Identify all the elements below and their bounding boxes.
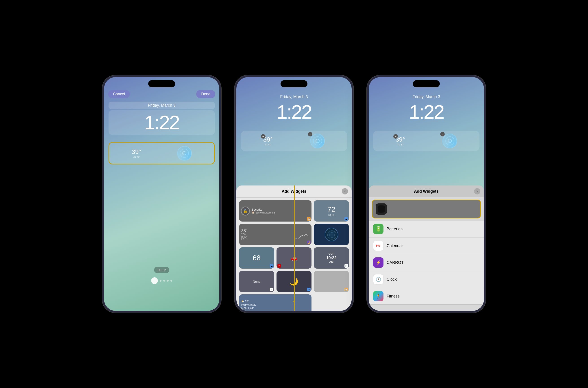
number-68-widget[interactable]: 68 ☁ (239, 247, 274, 268)
home-badge: 🏠 (307, 217, 311, 221)
phone1-screen: Cancel Done Friday, March 3 1:22 39° 31 … (104, 77, 219, 311)
number-72-widget[interactable]: 72 64 88 ☁ (314, 200, 349, 221)
cup-widget[interactable]: CUP 10:22 AM 🕐 (314, 247, 349, 268)
radar-core (182, 151, 186, 155)
add-widgets-sheet: Add Widgets × 🔒 Security 🏠 System Disarm… (236, 186, 352, 311)
cup-text: CUP (328, 252, 334, 255)
phone3-remove-radar-btn[interactable]: − (440, 132, 445, 136)
phone2-radar-inner (313, 136, 322, 146)
phone1-weather-widget: 39° 31 40 (132, 148, 141, 158)
weather-wide-widget[interactable]: 38° 77%H:40°L:31° 🌙 (239, 224, 312, 245)
phone3-screen: Friday, March 3 1:22 − 39° 31 40 − (369, 77, 484, 311)
fitness-icon: 🏃 (373, 291, 383, 301)
phone3-weather-container: − 39° 31 40 (396, 136, 405, 146)
phone1-date: Friday, March 3 (108, 102, 215, 109)
partly-cloudy-widget[interactable]: ⛅ 72° Partly Cloudy H:88° L:64° ☁ (239, 294, 312, 311)
none-widget[interactable]: None 3 (239, 271, 274, 292)
security-widget[interactable]: 🔒 Security 🏠 System Disarmed 🏠 (239, 200, 312, 221)
security-icon: 🔒 (241, 207, 250, 216)
selected-widget-item[interactable] (372, 200, 481, 218)
page-dot-2 (163, 280, 165, 282)
phone2-widget-row: − 39° 31 40 − (241, 131, 347, 151)
phone3-remove-weather-btn[interactable]: − (393, 134, 398, 139)
none-badge: 3 (270, 288, 273, 291)
clock-icon: 🕐 (373, 274, 383, 285)
phone2-screen: Friday, March 3 1:22 − 39° 31 40 − (236, 77, 352, 311)
phone3-radar-container: − (442, 134, 457, 148)
phone2-range: 31 40 (263, 143, 273, 146)
page-dot-4 (170, 280, 172, 282)
num-72: 72 (327, 205, 336, 214)
phone2-radar-core (316, 139, 320, 143)
dynamic-island-3 (413, 80, 440, 87)
phone-2: Friday, March 3 1:22 − 39° 31 40 − (235, 75, 353, 313)
phone1-top-buttons: Cancel Done (104, 90, 219, 98)
sheet-close-button-3[interactable]: × (474, 188, 480, 194)
phone2-weather-container: − 39° 31 40 (263, 136, 273, 146)
calendar-label: Calendar (387, 243, 403, 248)
partly-cloudy-icon: ⛅ 72° (241, 300, 249, 303)
remove-radar-btn[interactable]: − (308, 132, 312, 136)
home-badge-bottom: 🏠 (345, 288, 348, 291)
page-dot-1 (160, 280, 161, 282)
phone-3: Friday, March 3 1:22 − 39° 31 40 − (367, 75, 486, 313)
list-item-batteries[interactable]: 🔋 Batteries (369, 221, 484, 238)
radar-inner (180, 149, 189, 158)
page-dot-3 (167, 280, 169, 282)
calendar-icon: FRI (373, 241, 383, 251)
phone3-date: Friday, March 3 (369, 95, 484, 99)
phones-container: Cancel Done Friday, March 3 1:22 39° 31 … (102, 75, 486, 313)
list-item-carrot[interactable]: ⚡ CARROT (369, 254, 484, 271)
cloud-badge: ☁ (345, 217, 348, 221)
add-widgets-sheet3: Add Widgets × 🔋 Batteries FRI (369, 186, 484, 311)
clock-label: Clock (387, 277, 397, 282)
sheet-close-button[interactable]: × (342, 188, 348, 194)
selected-dark-icon (376, 203, 387, 215)
moon-badge: ☁ (307, 288, 311, 291)
phone3-radar-widget (442, 134, 457, 148)
phone3-widget-row: − 39° 31 40 − (373, 131, 480, 151)
weather-temp-38: 38° (241, 228, 247, 233)
dynamic-island-1 (148, 80, 175, 87)
phone1-temp-range: 31 40 (132, 155, 141, 158)
radar-widget[interactable] (314, 224, 349, 245)
list-item-clock[interactable]: 🕐 Clock (369, 271, 484, 288)
done-button[interactable]: Done (196, 90, 215, 98)
phone2-radar-container: − (310, 134, 325, 148)
partly-cloudy-text: ⛅ 72° Partly Cloudy H:88° L:64° (241, 300, 256, 310)
radar-ring-2 (329, 232, 335, 238)
cup-time: 10:22 (326, 256, 337, 261)
num-68: 68 (253, 254, 261, 262)
tesla-badge: T (277, 264, 281, 268)
sheet-header3: Add Widgets × (369, 186, 484, 197)
page-dots (151, 277, 172, 284)
cancel-button[interactable]: Cancel (108, 90, 130, 98)
cloud-badge-68: ☁ (270, 264, 273, 268)
carrot-label: CARROT (387, 260, 404, 265)
list-item-calendar[interactable]: FRI Calendar (369, 238, 484, 254)
sheet-title-3: Add Widgets (414, 189, 439, 194)
partly-cloudy-range: H:88° L:64° (241, 307, 254, 310)
security-text: Security 🏠 System Disarmed (252, 208, 275, 214)
batteries-label: Batteries (387, 227, 402, 231)
list-item-fitness[interactable]: 🏃 Fitness (369, 288, 484, 305)
phone1-radar-widget (177, 146, 192, 161)
phone1-time: 1:22 (108, 110, 215, 135)
dark-square (378, 205, 385, 213)
none-label: None (253, 280, 260, 283)
carrot-icon: ⚡ (373, 257, 383, 268)
phone1-widget-area[interactable]: 39° 31 40 (108, 142, 215, 164)
security-subtitle: 🏠 System Disarmed (252, 211, 275, 214)
remove-weather-btn[interactable]: − (261, 134, 266, 139)
vertical-separator-line (294, 186, 295, 311)
fitness-label: Fitness (387, 294, 400, 299)
page-dot-active (151, 277, 158, 284)
batteries-icon: 🔋 (373, 224, 383, 234)
dynamic-island-2 (281, 80, 307, 87)
phone2-radar-widget (310, 134, 325, 148)
phone3-radar-inner (445, 136, 454, 146)
weather-chart (294, 232, 309, 241)
security-title: Security (252, 208, 275, 211)
radar-display (325, 228, 338, 241)
phone3-time: 1:22 (369, 100, 484, 123)
